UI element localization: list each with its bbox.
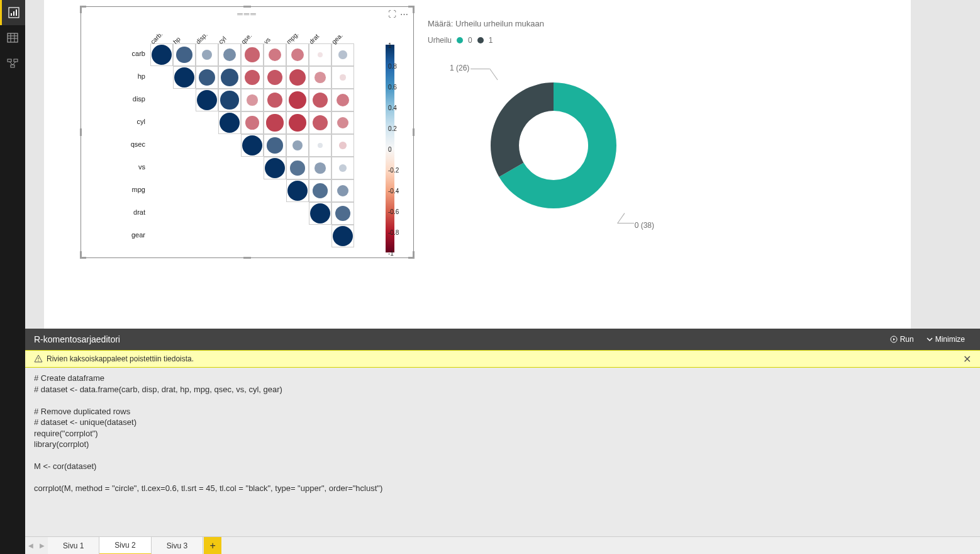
corr-cell: [173, 66, 196, 89]
corr-cell: [196, 43, 218, 66]
corr-cell: [286, 89, 309, 111]
row-label: gear: [120, 231, 145, 239]
legend-tick: 0.2: [388, 125, 407, 132]
corr-cell: [196, 66, 218, 89]
script-editor-header: R-komentosarjaeditori Run Minimize: [25, 329, 980, 350]
report-canvas[interactable]: ═══ ⛶ ⋯ carb.hpdisp.cylqse.vsmpg.dratgea…: [25, 0, 980, 329]
add-page-button[interactable]: +: [204, 537, 221, 555]
corr-cell: [241, 89, 264, 111]
svg-rect-11: [11, 65, 14, 67]
corr-cell: [286, 111, 309, 134]
svg-line-12: [9, 62, 13, 65]
corr-cell: [309, 134, 331, 157]
row-label: hp: [120, 72, 145, 80]
corr-cell: [286, 157, 309, 179]
corr-cell: [264, 157, 286, 179]
rail-model-icon[interactable]: [0, 50, 25, 76]
corr-cell: [218, 66, 241, 89]
corr-cell: [309, 66, 331, 89]
legend-tick: 1: [388, 42, 407, 49]
row-label: qsec: [120, 140, 145, 148]
page-tab-3[interactable]: Sivu 3: [152, 537, 203, 555]
legend-dot-1: [477, 37, 484, 43]
corr-cell: [331, 179, 354, 202]
corr-cell: [241, 111, 264, 134]
donut-label-1: 1 (26): [450, 64, 469, 72]
editor-title: R-komentosarjaeditori: [34, 334, 120, 344]
corr-cell: [286, 134, 309, 157]
legend-tick: -0.8: [388, 229, 407, 236]
corr-cell: [309, 43, 331, 66]
svg-rect-1: [11, 13, 12, 16]
corr-cell: [264, 89, 286, 111]
legend-tick: 0.4: [388, 105, 407, 111]
corr-cell: [196, 89, 218, 111]
corr-cell: [150, 43, 173, 66]
row-label: mpg: [120, 186, 145, 193]
legend-tick: -0.4: [388, 188, 407, 195]
donut-label-0: 0 (38): [635, 221, 654, 230]
corr-cell: [331, 157, 354, 179]
donut-visual[interactable]: Määrä: Urheilu urheilun mukaan Urheilu 0…: [428, 19, 711, 258]
drag-handle-icon[interactable]: ═══: [237, 9, 257, 18]
svg-point-16: [38, 360, 38, 361]
tab-prev-icon[interactable]: ◀: [25, 537, 36, 555]
row-label: drat: [120, 208, 145, 216]
legend-tick: 0.8: [388, 63, 407, 70]
corr-cell: [218, 111, 241, 134]
focus-mode-icon[interactable]: ⛶: [388, 9, 396, 19]
donut-slice-1[interactable]: [491, 82, 554, 177]
corr-cell: [309, 179, 331, 202]
corr-cell: [264, 43, 286, 66]
script-code-area[interactable]: # Create dataframe # dataset <- data.fra…: [25, 368, 980, 536]
corr-cell: [309, 157, 331, 179]
svg-rect-2: [13, 11, 14, 16]
close-warning-icon[interactable]: ✕: [963, 353, 971, 365]
left-rail: [0, 0, 25, 554]
corr-cell: [331, 111, 354, 134]
svg-rect-4: [8, 33, 18, 42]
row-label: disp: [120, 95, 145, 103]
legend-tick: -0.6: [388, 208, 407, 215]
row-label: cyl: [120, 118, 145, 125]
corr-cell: [309, 111, 331, 134]
corr-cell: [286, 43, 309, 66]
corr-cell: [331, 134, 354, 157]
tab-next-icon[interactable]: ▶: [36, 537, 48, 555]
corr-cell: [264, 111, 286, 134]
page-tab-1[interactable]: Sivu 1: [48, 537, 99, 555]
legend-tick: 0: [388, 146, 407, 153]
donut-title: Määrä: Urheilu urheilun mukaan: [428, 19, 711, 28]
corr-cell: [241, 134, 264, 157]
svg-rect-3: [16, 9, 17, 16]
corr-cell: [173, 43, 196, 66]
corr-cell: [309, 202, 331, 225]
r-visual-correlation[interactable]: ═══ ⛶ ⋯ carb.hpdisp.cylqse.vsmpg.dratgea…: [81, 6, 414, 258]
page-tab-2[interactable]: Sivu 2: [99, 537, 151, 555]
row-label: vs: [120, 163, 145, 171]
corr-cell: [241, 43, 264, 66]
svg-rect-9: [8, 59, 11, 62]
corr-cell: [331, 66, 354, 89]
svg-rect-10: [14, 59, 18, 62]
corr-cell: [241, 66, 264, 89]
corr-cell: [331, 43, 354, 66]
corr-cell: [218, 89, 241, 111]
corr-cell: [331, 202, 354, 225]
corr-cell: [264, 134, 286, 157]
legend-tick: -0.2: [388, 167, 407, 174]
rail-data-icon[interactable]: [0, 25, 25, 50]
corr-cell: [218, 43, 241, 66]
minimize-button[interactable]: Minimize: [920, 335, 971, 344]
more-options-icon[interactable]: ⋯: [400, 9, 408, 19]
donut-chart[interactable]: [465, 57, 642, 234]
legend-tick: -1: [388, 250, 407, 257]
run-button[interactable]: Run: [884, 335, 920, 344]
rail-report-icon[interactable]: [0, 0, 25, 25]
legend-tick: 0.6: [388, 84, 407, 91]
corr-cell: [331, 89, 354, 111]
corr-cell: [331, 225, 354, 247]
warning-bar: Rivien kaksoiskappaleet poistettiin tied…: [25, 350, 980, 368]
corr-cell: [309, 89, 331, 111]
page-tab-bar: ◀ ▶ Sivu 1 Sivu 2 Sivu 3 +: [25, 536, 980, 554]
